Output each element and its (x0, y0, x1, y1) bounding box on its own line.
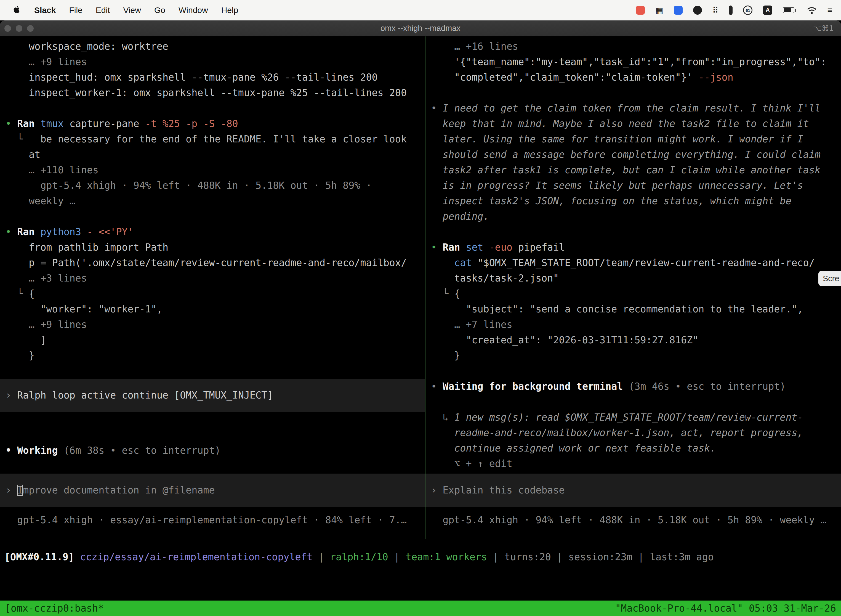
terminal-line (425, 394, 841, 409)
composer-input-left[interactable]: › Improve documentation in @filename (0, 474, 425, 507)
terminal-line: gpt-5.4 xhigh · 94% left · 488K in · 5.1… (425, 512, 841, 528)
minimize-button[interactable] (16, 25, 22, 32)
terminal-line: └ { (425, 286, 841, 301)
menu-item-file[interactable]: File (62, 6, 89, 15)
terminal-line: } (425, 348, 841, 363)
terminal-window: omx --xhigh --madmax ⌥⌘1 workspace_mode:… (0, 21, 841, 616)
traffic-lights (0, 25, 34, 32)
menubar-status-icons: ▦⠿61A≡ (636, 6, 835, 15)
terminal-line: readme-and-reco/mailbox/worker-1.json, a… (425, 425, 841, 440)
terminal-line (0, 209, 425, 224)
terminal-line: … +16 lines (425, 39, 841, 54)
terminal-line: inspect_hud: omx sparkshell --tmux-pane … (0, 70, 425, 85)
dots-grid-icon[interactable]: ⠿ (712, 6, 718, 15)
window-shortcut-hint: ⌥⌘1 (813, 24, 841, 32)
terminal-line: • Ran set -euo pipefail (425, 239, 841, 255)
percent-badge-icon[interactable]: 61 (743, 6, 752, 15)
terminal-line (0, 100, 425, 116)
terminal-line (0, 412, 425, 427)
terminal-line: weekly … (0, 193, 425, 209)
terminal-line: … +9 lines (0, 317, 425, 332)
terminal-line: "completed","claim_token":"claim-token"}… (425, 70, 841, 85)
terminal-line: is in progress? It seems likely but perh… (425, 178, 841, 193)
terminal-line: } (0, 348, 425, 363)
close-button[interactable] (4, 25, 11, 32)
terminal-line: "subject": "send a concise recommendatio… (425, 301, 841, 317)
terminal-line: pending. (425, 209, 841, 224)
tmux-host-clock: "MacBook-Pro-44.local" 05:03 31-Mar-26 (615, 603, 836, 614)
terminal-output-right[interactable]: … +16 lines '{"team_name":"my-team","tas… (425, 37, 841, 539)
terminal-line: "worker": "worker-1", (0, 301, 425, 317)
terminal-line: keep that in mind. Maybe I also need the… (425, 116, 841, 131)
terminal-line: "created_at": "2026-03-31T11:59:27.816Z" (425, 332, 841, 348)
tmux-session-name: [omx-cczip0:bash* (5, 603, 104, 614)
terminal-line: … +3 lines (0, 270, 425, 286)
window-titlebar: omx --xhigh --madmax ⌥⌘1 (0, 21, 841, 37)
terminal-line: gpt-5.4 xhigh · essay/ai-reimplementatio… (0, 512, 425, 528)
terminal-line (425, 224, 841, 239)
screen-notification-chip[interactable]: Scre (818, 271, 841, 286)
omx-session-area: [OMX#0.11.9] cczip/essay/ai-reimplementa… (0, 539, 841, 601)
terminal-line: inspect task2's JSON, focusing on the st… (425, 193, 841, 209)
terminal-line: cat "$OMX_TEAM_STATE_ROOT/team/review-cu… (425, 255, 841, 270)
terminal-line: workspace_mode: worktree (0, 39, 425, 54)
terminal-line: • Ran python3 - <<'PY' (0, 224, 425, 239)
terminal-line: p = Path('.omx/state/team/review-current… (0, 255, 425, 270)
menu-lines-icon[interactable]: ≡ (827, 6, 832, 15)
terminal-line: should send a message before completing … (425, 147, 841, 162)
terminal-line: later. Using the same for transition mig… (425, 131, 841, 147)
terminal-line: from pathlib import Path (0, 239, 425, 255)
tmux-panes: workspace_mode: worktree … +9 lines insp… (0, 37, 841, 539)
apple-menu[interactable] (6, 5, 28, 15)
terminal-line: • Working (6m 38s • esc to interrupt) (0, 443, 425, 458)
text-cursor: I (17, 485, 23, 496)
terminal-line: • Ran tmux capture-pane -t %25 -p -S -80 (0, 116, 425, 131)
terminal-line: • Waiting for background terminal (3m 46… (425, 378, 841, 394)
blue-app-icon[interactable] (674, 6, 683, 15)
terminal-line (425, 85, 841, 100)
terminal-line: gpt-5.4 xhigh · 94% left · 488K in · 5.1… (0, 178, 425, 193)
terminal-output-left[interactable]: workspace_mode: worktree … +9 lines insp… (0, 37, 425, 539)
zoom-button[interactable] (27, 25, 34, 32)
apple-icon (13, 5, 21, 15)
terminal-line: task2 after task1 is complete, but can I… (425, 162, 841, 178)
terminal-line: └ { (0, 286, 425, 301)
active-app-name[interactable]: Slack (28, 6, 62, 15)
terminal-line: ⌥ + ↑ edit (425, 456, 841, 471)
menu-item-window[interactable]: Window (172, 6, 215, 15)
vertical-pill-icon[interactable] (729, 6, 733, 15)
terminal-line (425, 363, 841, 378)
menu-item-edit[interactable]: Edit (89, 6, 117, 15)
tmux-status-bar: [omx-cczip0:bash* "MacBook-Pro-44.local"… (0, 601, 841, 616)
menu-item-view[interactable]: View (116, 6, 147, 15)
session-status-line: [OMX#0.11.9] cczip/essay/ai-reimplementa… (4, 549, 841, 565)
composer-input-right[interactable]: › Explain this codebase (425, 474, 841, 507)
screen-notification-text: Scre (823, 274, 840, 283)
window-title: omx --xhigh --madmax (0, 24, 841, 33)
menu-item-help[interactable]: Help (215, 6, 245, 15)
input-source-icon[interactable]: A (763, 6, 772, 15)
terminal-line: ] (0, 332, 425, 348)
menu-items: FileEditViewGoWindowHelp (62, 6, 245, 15)
terminal-line: inspect_worker-1: omx sparkshell --tmux-… (0, 85, 425, 100)
terminal-line: at (0, 147, 425, 162)
dark-circle-app-icon[interactable] (693, 6, 702, 15)
terminal-line (0, 458, 425, 474)
terminal-line: … +110 lines (0, 162, 425, 178)
terminal-line: continue assigned work or next feasible … (425, 440, 841, 456)
terminal-line (0, 427, 425, 443)
terminal-line (0, 363, 425, 378)
terminal-line: ↳ 1 new msg(s): read $OMX_TEAM_STATE_ROO… (425, 409, 841, 425)
menu-item-go[interactable]: Go (148, 6, 172, 15)
keyboard-grid-icon[interactable]: ▦ (655, 6, 663, 15)
injected-prompt-row: › Ralph loop active continue [OMX_TMUX_I… (0, 378, 425, 412)
screen-recording-indicator-icon[interactable] (636, 6, 645, 15)
terminal-line: … +7 lines (425, 317, 841, 332)
terminal-line: └ be necessary for the end of the README… (0, 131, 425, 147)
terminal-line: '{"team_name":"my-team","task_id":"1","f… (425, 54, 841, 70)
menubar: Slack FileEditViewGoWindowHelp ▦⠿61A≡ (0, 0, 841, 21)
wifi-icon[interactable] (807, 6, 817, 14)
terminal-line: • I need to get the claim token from the… (425, 100, 841, 116)
terminal-line: … +9 lines (0, 54, 425, 70)
battery-icon[interactable] (783, 7, 796, 13)
